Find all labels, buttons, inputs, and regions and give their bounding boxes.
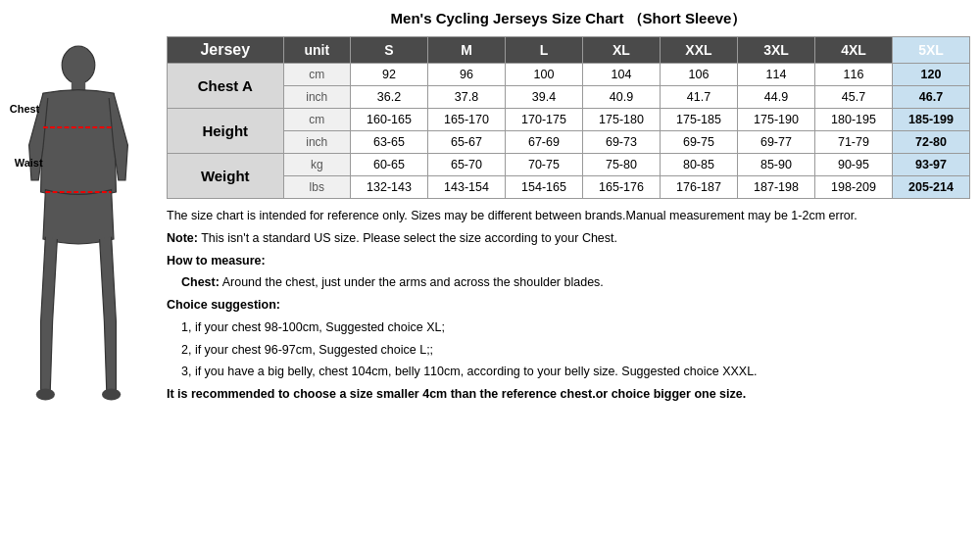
data-cell: 120 bbox=[892, 64, 969, 86]
data-cell: 70-75 bbox=[505, 154, 582, 176]
header-unit: unit bbox=[283, 37, 350, 64]
size-chart-table: Jersey unit S M L XL XXL 3XL 4XL 5XL Che… bbox=[167, 36, 970, 199]
recommendation: It is recommended to choose a size small… bbox=[167, 385, 970, 404]
body-figure bbox=[20, 39, 137, 415]
data-cell: 154-165 bbox=[505, 176, 582, 199]
header-jersey: Jersey bbox=[168, 37, 284, 64]
data-cell: 175-180 bbox=[582, 109, 660, 131]
data-cell: 93-97 bbox=[892, 154, 969, 176]
data-cell: 63-65 bbox=[350, 131, 427, 154]
header-m: M bbox=[427, 37, 505, 64]
choice2: 2, if your chest 96-97cm, Suggested choi… bbox=[167, 341, 970, 360]
header-xxl: XXL bbox=[660, 37, 737, 64]
header-s: S bbox=[350, 37, 427, 64]
data-cell: 71-79 bbox=[814, 131, 892, 154]
unit-cell: inch bbox=[283, 131, 350, 154]
data-cell: 46.7 bbox=[892, 86, 969, 109]
unit-cell: lbs bbox=[283, 176, 350, 199]
data-cell: 176-187 bbox=[660, 176, 737, 199]
header-3xl: 3XL bbox=[737, 37, 814, 64]
data-cell: 69-77 bbox=[737, 131, 814, 154]
data-cell: 165-170 bbox=[427, 109, 505, 131]
notes-section: The size chart is intended for reference… bbox=[167, 207, 970, 408]
data-cell: 75-80 bbox=[582, 154, 660, 176]
data-cell: 104 bbox=[582, 64, 660, 86]
chest-label: Chest bbox=[10, 103, 40, 115]
data-cell: 100 bbox=[505, 64, 582, 86]
data-cell: 45.7 bbox=[814, 86, 892, 109]
data-cell: 65-67 bbox=[427, 131, 505, 154]
choice-label: Choice suggestion: bbox=[167, 296, 970, 315]
data-cell: 44.9 bbox=[737, 86, 814, 109]
svg-point-3 bbox=[102, 388, 121, 400]
data-cell: 187-198 bbox=[737, 176, 814, 199]
chest-measure-detail: Around the chest, just under the arms an… bbox=[220, 275, 604, 289]
svg-point-0 bbox=[62, 46, 95, 83]
note-text: This isn't a standard US size. Please se… bbox=[198, 231, 617, 245]
header-4xl: 4XL bbox=[814, 37, 892, 64]
header-5xl: 5XL bbox=[892, 37, 969, 64]
right-panel: Men's Cycling Jerseys Size Chart （Short … bbox=[162, 10, 970, 527]
data-cell: 165-176 bbox=[582, 176, 660, 199]
note-label: Note: bbox=[167, 231, 198, 245]
data-cell: 65-70 bbox=[427, 154, 505, 176]
data-cell: 39.4 bbox=[505, 86, 582, 109]
data-cell: 160-165 bbox=[350, 109, 427, 131]
unit-cell: kg bbox=[283, 154, 350, 176]
chest-label-bold: Chest: bbox=[181, 275, 220, 289]
data-cell: 114 bbox=[737, 64, 814, 86]
data-cell: 198-209 bbox=[814, 176, 892, 199]
unit-cell: cm bbox=[283, 64, 350, 86]
data-cell: 92 bbox=[350, 64, 427, 86]
header-xl: XL bbox=[582, 37, 660, 64]
svg-point-2 bbox=[36, 388, 55, 400]
header-l: L bbox=[505, 37, 582, 64]
unit-cell: inch bbox=[283, 86, 350, 109]
waist-label: Waist bbox=[15, 157, 43, 169]
data-cell: 80-85 bbox=[660, 154, 737, 176]
data-cell: 40.9 bbox=[582, 86, 660, 109]
data-cell: 60-65 bbox=[350, 154, 427, 176]
unit-cell: cm bbox=[283, 109, 350, 131]
data-cell: 67-69 bbox=[505, 131, 582, 154]
choice1: 1, if your chest 98-100cm, Suggested cho… bbox=[167, 318, 970, 337]
chest-measure-text: Chest: Around the chest, just under the … bbox=[167, 273, 970, 292]
data-cell: 185-199 bbox=[892, 109, 969, 131]
disclaimer-text: The size chart is intended for reference… bbox=[167, 207, 970, 225]
row-label-height: Height bbox=[168, 109, 284, 154]
data-cell: 175-185 bbox=[660, 109, 737, 131]
data-cell: 36.2 bbox=[350, 86, 427, 109]
data-cell: 170-175 bbox=[505, 109, 582, 131]
data-cell: 143-154 bbox=[427, 176, 505, 199]
data-cell: 116 bbox=[814, 64, 892, 86]
data-cell: 175-190 bbox=[737, 109, 814, 131]
data-cell: 180-195 bbox=[814, 109, 892, 131]
data-cell: 132-143 bbox=[350, 176, 427, 199]
page-title: Men's Cycling Jerseys Size Chart （Short … bbox=[167, 10, 970, 28]
row-label-weight: Weight bbox=[168, 154, 284, 199]
data-cell: 106 bbox=[660, 64, 737, 86]
figure-panel: Chest Waist Chest Waist bbox=[10, 10, 162, 527]
choice3: 3, if you have a big belly, chest 104cm,… bbox=[167, 363, 970, 381]
data-cell: 41.7 bbox=[660, 86, 737, 109]
data-cell: 69-73 bbox=[582, 131, 660, 154]
how-to-measure-label: How to measure: bbox=[167, 252, 970, 270]
data-cell: 96 bbox=[427, 64, 505, 86]
data-cell: 69-75 bbox=[660, 131, 737, 154]
data-cell: 37.8 bbox=[427, 86, 505, 109]
data-cell: 85-90 bbox=[737, 154, 814, 176]
data-cell: 205-214 bbox=[892, 176, 969, 199]
data-cell: 72-80 bbox=[892, 131, 969, 154]
note-paragraph: Note: This isn't a standard US size. Ple… bbox=[167, 229, 970, 248]
row-label-chest-a: Chest A bbox=[168, 64, 284, 109]
data-cell: 90-95 bbox=[814, 154, 892, 176]
